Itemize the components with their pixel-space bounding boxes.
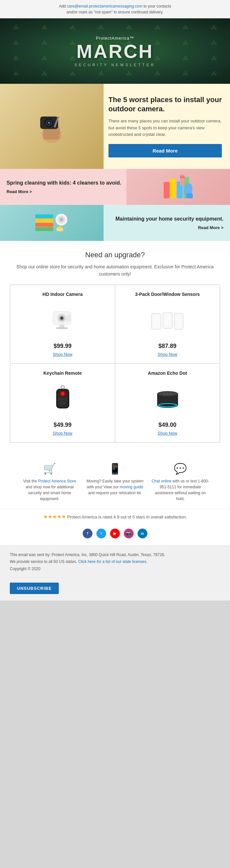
product-grid: HD Indoor Camera $99.99 Sho [10,284,220,443]
svg-rect-22 [35,227,53,231]
youtube-link[interactable]: ▶ [110,529,120,538]
legal-line2: We provide service to all 50 US states. … [10,558,220,565]
facebook-link[interactable]: f [83,529,92,538]
protect-america-store-link[interactable]: Protect America Store [38,479,76,484]
hero-content: ProtectAmerica™ MARCH SECURITY NEWSLETTE… [75,36,155,67]
hero-brand: ProtectAmerica™ [75,36,155,40]
svg-point-48 [64,398,68,401]
product-cell-2: Keychain Remote [10,364,115,442]
maintenance-image [0,205,104,241]
svg-point-59 [170,393,172,395]
svg-rect-18 [182,174,183,177]
footer-icon-col-chat: 💬 Chat online with us or text 1-800-951-… [148,463,213,502]
chat-online-link[interactable]: Chat online [152,479,171,484]
product-price-1: $87.89 [120,343,215,349]
maintenance-article: Maintaining your home security equipment… [0,205,230,241]
legal-line1: This email was sent by: Protect America,… [10,552,220,559]
svg-point-57 [163,393,165,395]
product-cell-3: Amazon Echo Dot [115,364,220,442]
email-wrapper: Add care@email.protectamericamessaging.c… [0,0,230,600]
rating-text: Protect America is rated 4.9 out of 5 st… [67,515,187,520]
footer-icon-col-moving: 📱 Moving? Easily take your system with y… [82,463,148,502]
spring-cleaning-image [126,169,230,205]
svg-point-14 [187,184,192,193]
svg-rect-41 [175,314,182,329]
featured-title: The 5 worst places to install your outdo… [109,95,222,114]
maintenance-title: Maintaining your home security equipment… [109,216,224,223]
product-name-0: HD Indoor Camera [15,291,110,297]
product-price-0: $99.99 [15,343,110,349]
maintenance-text: Maintaining your home security equipment… [104,209,230,237]
featured-image [0,84,104,169]
featured-read-more-button[interactable]: Read More [109,144,222,157]
footer-chat-text: Chat online with us or text 1-800-951-51… [151,478,210,502]
svg-rect-10 [170,179,176,198]
unsubscribe-button[interactable]: UNSUBSCRIBE [10,583,59,594]
keychain-svg [51,384,74,413]
maintenance-image-container [0,205,104,241]
footer-icons-section: 🛒 Visit the Protect America Store and sh… [0,453,230,508]
outdoor-camera-svg [32,107,71,146]
spring-cleaning-article: Spring cleaning with kids: 4 cleaners to… [0,169,230,205]
rating-stars: ★★★★★ [43,514,66,520]
cleaning-supplies-svg [162,172,195,202]
product-image-0 [15,302,110,338]
product-cell-1: 3-Pack Door/Window Sensors $87.89 Shop N… [115,285,220,364]
chat-icon: 💬 [151,463,210,475]
twitter-link[interactable]: t [97,529,106,538]
product-name-1: 3-Pack Door/Window Sensors [120,291,215,297]
svg-rect-35 [56,327,68,329]
product-name-3: Amazon Echo Dot [120,371,215,376]
featured-article-section: The 5 worst places to install your outdo… [0,84,230,169]
state-licenses-link[interactable]: Click here for a list of our state licen… [78,559,147,564]
svg-rect-20 [35,219,53,223]
svg-point-25 [60,218,63,222]
svg-point-49 [60,401,63,405]
product-shop-2[interactable]: Shop Now [53,431,73,436]
svg-point-51 [61,385,64,389]
sensors-svg [150,305,186,335]
svg-rect-37 [152,314,160,329]
footer-store-text: Visit the Protect America Store and shop… [20,478,79,502]
spring-cleaning-text: Spring cleaning with kids: 4 cleaners to… [0,173,126,201]
svg-point-27 [57,226,63,229]
instagram-link[interactable]: 📷 [124,529,133,538]
store-title: Need an upgrade? [6,251,224,259]
linkedin-link[interactable]: in [138,529,147,538]
maintenance-link[interactable]: Read More > [198,225,224,230]
store-section: Need an upgrade? Shop our online store f… [0,241,230,453]
product-shop-3[interactable]: Shop Now [158,431,178,436]
svg-point-6 [48,122,50,124]
product-price-3: $49.00 [120,422,215,428]
rating-bar: ★★★★★ Protect America is rated 4.9 out o… [0,508,230,525]
unsubscribe-bar: UNSUBSCRIBE [0,579,230,600]
hd-camera-svg [48,305,77,335]
spring-cleaning-title: Spring cleaning with kids: 4 cleaners to… [6,180,121,187]
topbar-email-link[interactable]: care@email.protectamericamessaging.com [67,4,143,8]
svg-point-46 [58,398,61,401]
svg-point-50 [63,401,66,405]
spring-cleaning-link[interactable]: Read More > [6,189,32,194]
product-price-2: $49.99 [15,422,110,428]
svg-rect-34 [60,325,64,327]
maintenance-supplies-svg [34,208,70,238]
hero-title: MARCH [75,42,155,61]
hero-subtitle: SECURITY NEWSLETTER [75,63,155,67]
product-name-2: Keychain Remote [15,371,110,376]
product-image-3 [120,381,215,417]
svg-rect-39 [164,313,171,328]
product-image-2 [15,381,110,417]
product-shop-1[interactable]: Shop Now [158,352,178,357]
svg-rect-19 [35,223,53,227]
cart-icon: 🛒 [20,463,79,475]
store-description: Shop our online store for security and h… [6,263,224,278]
top-bar: Add care@email.protectamericamessaging.c… [0,0,230,18]
echo-dot-svg [153,384,182,413]
svg-rect-9 [164,182,169,198]
moving-guide-link[interactable]: moving guide [120,485,143,489]
product-shop-0[interactable]: Shop Now [53,352,73,357]
svg-rect-33 [67,315,71,321]
svg-point-47 [61,398,64,401]
svg-rect-15 [186,193,193,198]
spring-cleaning-image-container [126,169,230,205]
